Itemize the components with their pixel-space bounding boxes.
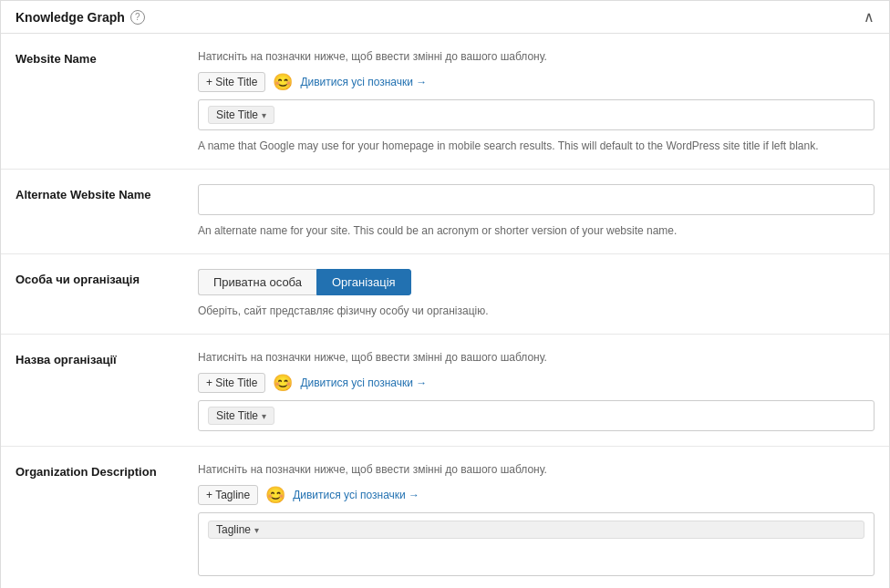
section-header: Knowledge Graph ? ∧ [1, 1, 889, 34]
toggle-group: Приватна особа Організація [198, 269, 874, 295]
org-pill-label: Site Title [216, 409, 258, 422]
alternate-name-content: An alternate name for your site. This co… [198, 184, 874, 239]
org-name-input[interactable]: Site Title ▾ [198, 400, 874, 431]
org-name-content: Натисніть на позначки нижче, щоб ввести … [198, 349, 874, 431]
person-or-org-helper: Оберіть, сайт представляє фізичну особу … [198, 303, 874, 319]
org-emoji-picker-btn[interactable]: 😊 [273, 375, 293, 391]
org-name-token-bar: + Site Title 😊 Дивитися усі позначки → [198, 373, 874, 393]
view-all-tokens-link[interactable]: Дивитися усі позначки → [300, 76, 427, 88]
website-name-input[interactable]: Site Title ▾ [198, 99, 874, 130]
website-name-instruction: Натисніть на позначки нижче, щоб ввести … [198, 48, 874, 65]
pill-label: Site Title [216, 108, 258, 121]
org-name-label: Назва організації [16, 349, 198, 366]
tagline-pill[interactable]: Tagline ▾ [208, 521, 864, 539]
site-title-token-btn[interactable]: + Site Title [198, 72, 265, 92]
tagline-pill-label: Tagline [216, 523, 251, 536]
knowledge-graph-panel: Knowledge Graph ? ∧ Website Name Натисні… [0, 0, 890, 588]
emoji-picker-btn[interactable]: 😊 [273, 74, 293, 90]
org-desc-emoji-btn[interactable]: 😊 [265, 487, 285, 503]
org-description-token-bar: + Tagline 😊 Дивитися усі позначки → [198, 485, 874, 505]
pill-chevron: ▾ [262, 110, 266, 120]
org-description-row: Organization Description Натисніть на по… [1, 447, 889, 588]
website-name-label: Website Name [16, 48, 198, 66]
website-name-helper: A name that Google may use for your home… [198, 138, 874, 154]
person-or-org-label: Особа чи організація [16, 269, 198, 286]
tagline-token-btn[interactable]: + Tagline [198, 485, 258, 505]
org-name-row: Назва організації Натисніть на позначки … [1, 335, 889, 447]
org-pill-chevron: ▾ [262, 411, 266, 421]
tagline-pill-chevron: ▾ [254, 525, 259, 535]
org-site-title-pill[interactable]: Site Title ▾ [208, 407, 274, 425]
alternate-name-helper: An alternate name for your site. This co… [198, 222, 874, 239]
site-title-pill[interactable]: Site Title ▾ [208, 106, 274, 124]
organization-btn[interactable]: Організація [316, 269, 411, 295]
alternate-name-input[interactable] [198, 184, 874, 215]
help-icon[interactable]: ? [130, 10, 145, 25]
alternate-name-label: Alternate Website Name [16, 184, 198, 201]
org-view-all-link[interactable]: Дивитися усі позначки → [300, 377, 427, 389]
collapse-icon[interactable]: ∧ [864, 8, 874, 26]
org-description-textarea[interactable]: Tagline ▾ [198, 512, 874, 576]
org-site-title-token-btn[interactable]: + Site Title [198, 373, 265, 393]
person-or-org-content: Приватна особа Організація Оберіть, сайт… [198, 269, 874, 319]
person-or-org-row: Особа чи організація Приватна особа Орга… [1, 254, 889, 335]
org-desc-view-all-link[interactable]: Дивитися усі позначки → [293, 489, 419, 501]
website-name-token-bar: + Site Title 😊 Дивитися усі позначки → [198, 72, 874, 92]
private-person-btn[interactable]: Приватна особа [198, 269, 316, 295]
website-name-row: Website Name Натисніть на позначки нижче… [1, 34, 889, 170]
section-title: Knowledge Graph [16, 10, 125, 25]
title-group: Knowledge Graph ? [16, 10, 145, 25]
org-description-instruction: Натисніть на позначки нижче, щоб ввести … [198, 461, 874, 478]
org-description-content: Натисніть на позначки нижче, щоб ввести … [198, 461, 874, 576]
website-name-content: Натисніть на позначки нижче, щоб ввести … [198, 48, 874, 154]
org-name-instruction: Натисніть на позначки нижче, щоб ввести … [198, 349, 874, 366]
alternate-name-row: Alternate Website Name An alternate name… [1, 170, 889, 254]
org-description-label: Organization Description [16, 461, 198, 479]
